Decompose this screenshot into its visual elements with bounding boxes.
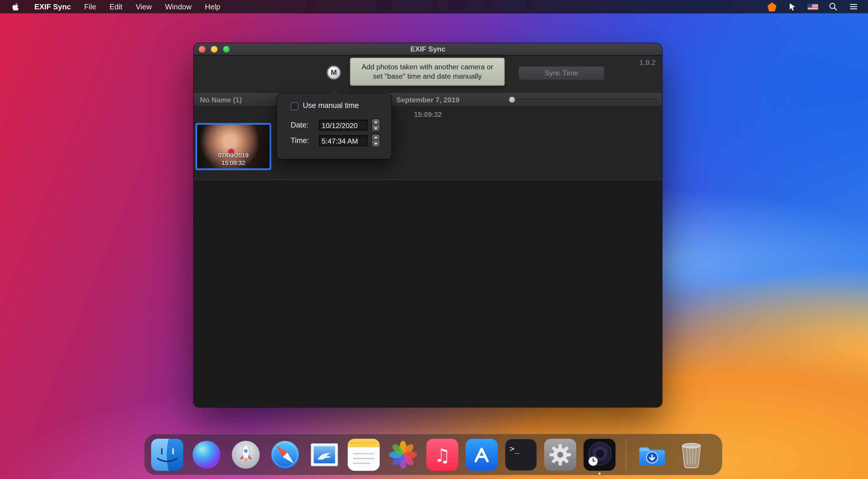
timeline-slider-track[interactable] <box>510 100 656 101</box>
photo-date: 07/09/2019 <box>197 151 270 159</box>
use-manual-time-label: Use manual time <box>303 101 359 110</box>
date-label: Date: <box>290 121 308 129</box>
zoom-button[interactable] <box>223 46 230 53</box>
mail-stamp-icon <box>308 438 340 471</box>
time-field[interactable] <box>319 135 368 146</box>
trash-icon <box>675 438 708 471</box>
notes-icon <box>348 438 380 471</box>
list-header: No Name (1) September 7, 2019 <box>194 93 662 107</box>
date-stepper-down[interactable] <box>372 125 380 131</box>
date-stepper[interactable] <box>372 119 380 131</box>
menu-bar: EXIF Sync File Edit View Window Help <box>0 0 868 13</box>
dock-separator <box>625 439 626 470</box>
list-menu-icon[interactable] <box>848 2 859 12</box>
photos-icon <box>387 438 419 471</box>
window-title: EXIF Sync <box>194 43 662 56</box>
running-indicator-dot <box>598 472 601 475</box>
menu-window[interactable]: Window <box>165 3 192 11</box>
dock-icon-downloads[interactable] <box>636 438 668 471</box>
time-stepper-down[interactable] <box>372 141 380 147</box>
time-stepper[interactable] <box>372 134 380 147</box>
dock-icon-mail[interactable] <box>308 438 340 471</box>
manual-time-button[interactable]: M <box>327 65 341 80</box>
manual-time-popover: Use manual time Date: Time: <box>277 94 391 159</box>
photo-row: 15:09:32 07/09/2019 15:09:32 <box>194 107 662 180</box>
close-button[interactable] <box>199 46 206 53</box>
timeline-time-marker: 15:09:32 <box>194 107 662 119</box>
dock-icon-trash[interactable] <box>675 438 708 471</box>
dock-icon-terminal[interactable]: >_ <box>505 438 537 471</box>
system-preferences-icon <box>544 438 576 471</box>
downloads-folder-icon <box>636 438 668 471</box>
date-stepper-up[interactable] <box>372 119 380 125</box>
toolbar: 1.9.2 M Add photos taken with another ca… <box>194 56 662 93</box>
input-source-us-flag-icon[interactable] <box>807 2 818 12</box>
menu-help[interactable]: Help <box>205 3 220 11</box>
photo-time: 15:09:32 <box>197 159 270 167</box>
menubar-app-name[interactable]: EXIF Sync <box>34 3 71 11</box>
time-label: Time: <box>290 136 309 145</box>
music-icon: ♫ <box>426 438 458 471</box>
version-label: 1.9.2 <box>640 58 655 66</box>
dock-icon-notes[interactable] <box>348 438 380 471</box>
apple-menu-icon[interactable] <box>10 2 21 12</box>
screen: EXIF Sync File Edit View Window Help <box>0 0 868 479</box>
svg-text:♫: ♫ <box>434 445 451 466</box>
menu-view[interactable]: View <box>135 3 152 11</box>
safari-icon <box>269 438 301 471</box>
launchpad-icon <box>230 438 262 471</box>
time-stepper-up[interactable] <box>372 134 380 141</box>
dock-icon-music[interactable]: ♫ <box>426 438 458 471</box>
siri-icon <box>191 438 223 471</box>
exif-sync-icon <box>583 438 616 471</box>
spotlight-search-icon[interactable] <box>828 2 839 12</box>
terminal-icon: >_ <box>505 438 537 471</box>
dock-icon-exif-sync[interactable] <box>583 438 616 471</box>
minimize-button[interactable] <box>211 46 218 53</box>
use-manual-time-checkbox[interactable] <box>290 102 299 110</box>
finder-icon <box>151 438 183 471</box>
dock-icon-launchpad[interactable] <box>230 438 262 471</box>
dock-icon-photos[interactable] <box>387 438 419 471</box>
timeline-slider-thumb[interactable] <box>509 96 516 103</box>
dock-icon-finder[interactable] <box>151 438 183 471</box>
date-field[interactable] <box>319 120 368 131</box>
dock-icon-app-store[interactable] <box>466 438 498 471</box>
menu-file[interactable]: File <box>84 3 96 11</box>
titlebar[interactable]: EXIF Sync <box>194 43 662 56</box>
photo-caption: 07/09/2019 15:09:32 <box>197 151 270 167</box>
dock-icon-system-preferences[interactable] <box>544 438 576 471</box>
menu-edit[interactable]: Edit <box>110 3 122 11</box>
dock: ♫ >_ <box>144 434 722 475</box>
popover-arrow <box>328 89 340 94</box>
photo-thumbnail[interactable]: 07/09/2019 15:09:32 <box>195 123 271 170</box>
dock-icon-safari[interactable] <box>269 438 301 471</box>
sync-time-button[interactable]: Sync Time <box>518 66 604 80</box>
cursor-icon[interactable] <box>787 2 798 12</box>
exif-sync-window: EXIF Sync 1.9.2 M Add photos taken with … <box>194 43 662 407</box>
tooltip: Add photos taken with another camera or … <box>350 58 505 86</box>
app-store-icon <box>466 438 498 471</box>
dock-icon-siri[interactable] <box>191 438 223 471</box>
avast-icon[interactable] <box>766 2 777 12</box>
svg-text:>_: >_ <box>510 444 520 454</box>
group-label: No Name (1) <box>200 94 242 107</box>
